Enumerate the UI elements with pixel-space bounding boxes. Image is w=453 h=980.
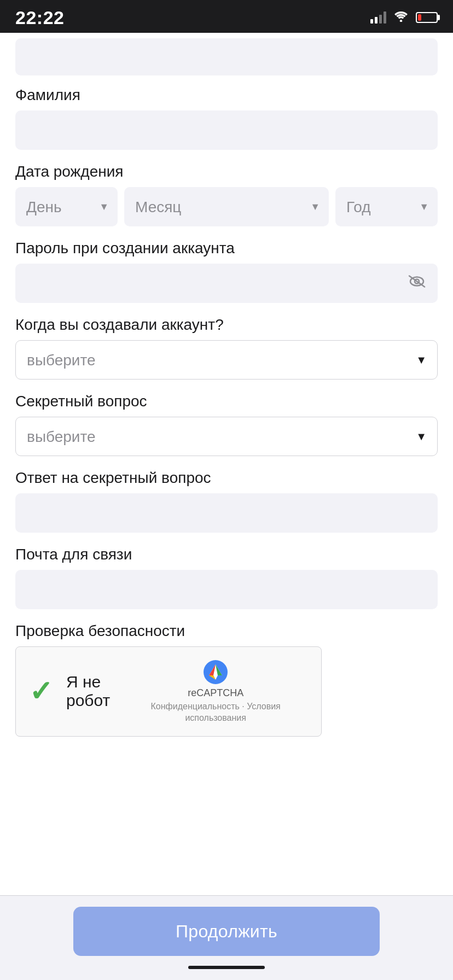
bottom-bar: Продолжить — [0, 895, 453, 980]
secret-question-select[interactable]: выберите — [15, 417, 438, 456]
secret-question-label: Секретный вопрос — [15, 393, 438, 410]
secret-answer-section: Ответ на секретный вопрос — [0, 469, 453, 533]
birthday-section: Дата рождения День ▼ Месяц ▼ Год ▼ — [0, 163, 453, 226]
recaptcha-label: reCAPTCHA — [188, 687, 243, 699]
password-section: Пароль при создании аккаунта — [0, 240, 453, 303]
secret-answer-label: Ответ на секретный вопрос — [15, 469, 438, 487]
svg-point-0 — [400, 20, 402, 22]
password-label: Пароль при создании аккаунта — [15, 240, 438, 257]
status-icons — [370, 11, 438, 24]
status-time: 22:22 — [15, 7, 64, 28]
year-select[interactable]: Год — [335, 187, 438, 226]
day-select-wrapper: День ▼ — [15, 187, 118, 226]
captcha-box[interactable]: ✓ Я не робот reCAPTCHA Конфиденциальност… — [15, 646, 322, 737]
secret-question-wrapper: выберите ▼ — [15, 417, 438, 456]
birthday-row: День ▼ Месяц ▼ Год ▼ — [15, 187, 438, 226]
day-select[interactable]: День — [15, 187, 118, 226]
signal-icon — [370, 11, 386, 24]
account-created-label: Когда вы создавали аккаунт? — [15, 316, 438, 334]
password-wrapper — [15, 264, 438, 303]
email-label: Почта для связи — [15, 546, 438, 563]
month-select[interactable]: Месяц — [124, 187, 329, 226]
account-created-select[interactable]: выберите — [15, 340, 438, 380]
password-input[interactable] — [15, 264, 438, 303]
security-check-section: Проверка безопасности ✓ Я не робот reCAP… — [0, 622, 453, 737]
battery-icon — [416, 12, 438, 23]
top-input-area — [0, 33, 453, 86]
secret-answer-input[interactable] — [15, 493, 438, 533]
secret-question-section: Секретный вопрос выберите ▼ — [0, 393, 453, 456]
bottom-spacer — [0, 750, 453, 895]
surname-input[interactable] — [15, 110, 438, 150]
account-created-section: Когда вы создавали аккаунт? выберите ▼ — [0, 316, 453, 380]
surname-section: Фамилия — [0, 86, 453, 150]
eye-icon[interactable] — [407, 274, 427, 293]
surname-label: Фамилия — [15, 86, 438, 104]
recaptcha-icon — [202, 659, 229, 685]
top-input-stub — [15, 38, 438, 75]
captcha-label: Я не робот — [66, 673, 110, 710]
month-select-wrapper: Месяц ▼ — [124, 187, 329, 226]
captcha-links: Конфиденциальность · Условия использован… — [123, 701, 308, 724]
captcha-checkmark-icon: ✓ — [29, 677, 53, 705]
email-section: Почта для связи — [0, 546, 453, 609]
captcha-brand: reCAPTCHA Конфиденциальность · Условия и… — [123, 659, 308, 724]
account-created-wrapper: выберите ▼ — [15, 340, 438, 380]
home-indicator — [188, 966, 265, 969]
continue-button[interactable]: Продолжить — [73, 907, 380, 956]
birthday-label: Дата рождения — [15, 163, 438, 180]
security-check-label: Проверка безопасности — [15, 622, 438, 640]
email-input[interactable] — [15, 570, 438, 609]
status-bar: 22:22 — [0, 0, 453, 33]
year-select-wrapper: Год ▼ — [335, 187, 438, 226]
form-container: Фамилия Дата рождения День ▼ Месяц ▼ Год — [0, 33, 453, 895]
wifi-icon — [394, 11, 408, 24]
